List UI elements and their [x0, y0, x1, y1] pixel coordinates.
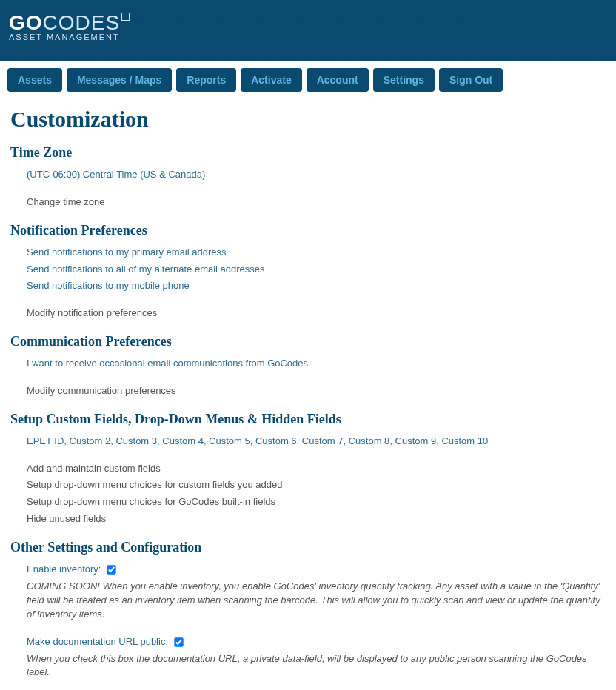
nav-activate[interactable]: Activate	[241, 68, 301, 92]
qr-icon	[121, 13, 130, 21]
notif-item-primary: Send notifications to my primary email a…	[27, 246, 606, 260]
enable-inventory-checkbox[interactable]	[107, 565, 116, 574]
app-header: GOCODES ASSET MANAGEMENT	[0, 0, 616, 61]
timezone-value: (UTC-06:00) Central Time (US & Canada)	[27, 168, 606, 182]
section-notifications: Notification Preferences	[10, 223, 606, 238]
nav-account[interactable]: Account	[307, 68, 369, 92]
setting-doc-url: Make documentation URL public:	[27, 635, 606, 649]
nav-sign-out[interactable]: Sign Out	[439, 68, 503, 92]
setting-enable-inventory: Enable inventory:	[27, 563, 606, 577]
notif-item-mobile: Send notifications to my mobile phone	[27, 279, 606, 293]
section-communication: Communication Preferences	[10, 334, 606, 349]
custom-fields-link-add[interactable]: Add and maintain custom fields	[27, 462, 606, 476]
doc-url-desc: When you check this box the documentatio…	[27, 652, 606, 680]
page-title: Customization	[10, 107, 606, 132]
custom-fields-link-dropdown-custom[interactable]: Setup drop-down menu choices for custom …	[27, 478, 606, 492]
custom-fields-link-hide[interactable]: Hide unused fields	[27, 512, 606, 526]
nav-messages-maps[interactable]: Messages / Maps	[67, 68, 172, 92]
doc-url-checkbox[interactable]	[174, 637, 183, 646]
notif-item-alternate: Send notifications to all of my alternat…	[27, 263, 606, 277]
nav-settings[interactable]: Settings	[373, 68, 435, 92]
logo-subtitle: ASSET MANAGEMENT	[9, 33, 607, 41]
section-other: Other Settings and Configuration	[10, 540, 606, 555]
modify-notifications-link[interactable]: Modify notification preferences	[27, 307, 606, 321]
main-nav: Assets Messages / Maps Reports Activate …	[0, 61, 616, 96]
custom-fields-link-dropdown-builtin[interactable]: Setup drop-down menu choices for GoCodes…	[27, 495, 606, 509]
page-content: Customization Time Zone (UTC-06:00) Cent…	[0, 96, 616, 690]
logo-primary: GO	[9, 11, 43, 35]
logo-secondary: CODES	[43, 11, 121, 35]
enable-inventory-label: Enable inventory:	[27, 563, 101, 575]
nav-reports[interactable]: Reports	[176, 68, 236, 92]
modify-communication-link[interactable]: Modify communication preferences	[27, 384, 606, 398]
logo: GOCODES	[9, 11, 607, 35]
section-custom-fields: Setup Custom Fields, Drop-Down Menus & H…	[10, 412, 606, 427]
custom-fields-list: EPET ID, Custom 2, Custom 3, Custom 4, C…	[27, 435, 606, 449]
doc-url-label: Make documentation URL public:	[27, 636, 168, 647]
section-timezone: Time Zone	[10, 145, 606, 161]
enable-inventory-desc: COMING SOON! When you enable inventory, …	[27, 580, 606, 622]
nav-assets[interactable]: Assets	[7, 68, 62, 92]
communication-item: I want to receive occasional email commu…	[27, 357, 606, 371]
change-timezone-link[interactable]: Change time zone	[27, 195, 606, 210]
